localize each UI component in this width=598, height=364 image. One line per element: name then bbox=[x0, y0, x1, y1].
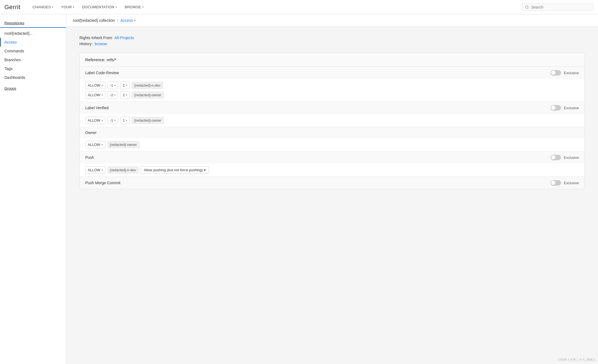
max-select-1[interactable]: 1 ▾ bbox=[120, 82, 130, 89]
permission-push-merge-commit-header: Push Merge Commit Exclusive bbox=[80, 177, 584, 189]
min-select-1[interactable]: -1 ▾ bbox=[108, 82, 118, 89]
group-label: [redacted]-owner bbox=[132, 117, 164, 124]
nav-changes[interactable]: CHANGES ▾ bbox=[29, 3, 57, 11]
group-label: [redacted]-n-dev bbox=[108, 167, 139, 173]
exclusive-toggle-switch-code-review[interactable] bbox=[551, 70, 561, 76]
rights-info: Rights Inherit From All-Projects History… bbox=[79, 36, 585, 46]
sidebar-item-branches[interactable]: Branches bbox=[0, 55, 66, 64]
chevron-down-icon: ▾ bbox=[116, 6, 117, 9]
code-review-rules: ALLOW ▾ -1 ▾ 1 ▾ [redacted]-n-d bbox=[80, 79, 584, 101]
access-content: Rights Inherit From All-Projects History… bbox=[66, 27, 598, 198]
action-select-verified[interactable]: ALLOW ▾ bbox=[85, 117, 105, 124]
max-select-2[interactable]: 2 ▾ bbox=[120, 91, 130, 99]
group-label: [redacted]-n-dev bbox=[132, 82, 163, 89]
chevron-down-icon: ▾ bbox=[114, 84, 116, 87]
search-bar[interactable] bbox=[522, 4, 594, 11]
owner-rules: ALLOW ▾ [redacted]-owner bbox=[80, 138, 584, 151]
breadcrumb-separator: › bbox=[117, 18, 118, 22]
exclusive-toggle-switch-push-merge[interactable] bbox=[551, 180, 561, 186]
sidebar-item-dashboards[interactable]: Dashboards bbox=[0, 73, 66, 82]
toggle-knob bbox=[551, 71, 556, 75]
chevron-down-icon: ▾ bbox=[204, 168, 206, 172]
exclusive-toggle-switch-verified[interactable] bbox=[551, 105, 561, 111]
exclusive-toggle-switch-push[interactable] bbox=[551, 155, 561, 160]
sidebar-item-commands[interactable]: Commands bbox=[0, 47, 66, 55]
toggle-knob bbox=[551, 155, 556, 160]
chevron-down-icon: ▾ bbox=[102, 168, 103, 172]
nav-browse[interactable]: BROWSE ▾ bbox=[121, 3, 147, 11]
sidebar-repositories-title[interactable]: Repositories bbox=[0, 19, 66, 28]
action-select-2[interactable]: ALLOW ▾ bbox=[85, 91, 105, 99]
permission-code-review: Label Code-Review Exclusive ALLOW bbox=[80, 67, 584, 102]
exclusive-label: Exclusive bbox=[564, 106, 579, 110]
permission-push-merge-commit: Push Merge Commit Exclusive bbox=[80, 177, 584, 189]
table-row: ALLOW ▾ [redacted]-n-dev Allow pushing (… bbox=[85, 166, 579, 174]
min-select-2[interactable]: -2 ▾ bbox=[108, 91, 118, 99]
sidebar-repo-name[interactable]: root/[redacted]... bbox=[0, 29, 66, 38]
exclusive-label: Exclusive bbox=[564, 156, 579, 160]
svg-point-0 bbox=[525, 6, 528, 8]
breadcrumb-current[interactable]: Access ▾ bbox=[121, 18, 136, 23]
permission-push-header: Push Exclusive bbox=[80, 151, 584, 164]
push-rules: ALLOW ▾ [redacted]-n-dev Allow pushing (… bbox=[80, 164, 584, 176]
action-select-1[interactable]: ALLOW ▾ bbox=[85, 82, 105, 89]
chevron-down-icon: ▾ bbox=[102, 93, 103, 97]
verified-rules: ALLOW ▾ -1 ▾ 1 ▾ [redacted]-own bbox=[80, 114, 584, 127]
permission-owner-header: Owner bbox=[80, 127, 584, 138]
table-row: ALLOW ▾ -1 ▾ 1 ▾ [redacted]-n-d bbox=[85, 82, 579, 89]
breadcrumb: root/[redacted] collection › Access ▾ bbox=[66, 14, 598, 27]
table-row: ALLOW ▾ [redacted]-owner bbox=[85, 141, 579, 148]
sidebar-item-access[interactable]: Access bbox=[0, 38, 66, 47]
chevron-down-icon: ▾ bbox=[126, 119, 127, 122]
search-icon bbox=[525, 5, 529, 9]
permission-code-review-header: Label Code-Review Exclusive bbox=[80, 67, 584, 79]
toggle-knob bbox=[551, 106, 556, 110]
chevron-down-icon: ▾ bbox=[134, 19, 136, 22]
toggle-knob bbox=[551, 181, 556, 185]
chevron-down-icon: ▾ bbox=[102, 143, 103, 146]
max-select-verified[interactable]: 1 ▾ bbox=[120, 117, 130, 124]
watermark: CSDN ©大学二十六_简村人 bbox=[558, 358, 596, 362]
sidebar: Repositories root/[redacted]... Access C… bbox=[0, 14, 66, 364]
chevron-down-icon: ▾ bbox=[142, 6, 144, 9]
permission-verified-title: Label Verified bbox=[85, 106, 109, 110]
page-layout: Repositories root/[redacted]... Access C… bbox=[0, 14, 598, 364]
action-select-owner[interactable]: ALLOW ▾ bbox=[85, 141, 105, 148]
sidebar-item-tags[interactable]: Tags bbox=[0, 64, 66, 73]
exclusive-toggle-code-review: Exclusive bbox=[551, 70, 579, 76]
top-navigation: Gerrit CHANGES ▾ YOUR ▾ DOCUMENTATION ▾ … bbox=[0, 0, 598, 14]
nav-documentation[interactable]: DOCUMENTATION ▾ bbox=[79, 3, 120, 11]
permission-verified-header: Label Verified Exclusive bbox=[80, 102, 584, 114]
app-logo: Gerrit bbox=[4, 4, 20, 11]
chevron-down-icon: ▾ bbox=[52, 6, 53, 9]
permission-push-merge-commit-title: Push Merge Commit bbox=[85, 181, 121, 185]
all-projects-link[interactable]: All-Projects bbox=[114, 36, 134, 40]
svg-line-1 bbox=[528, 8, 528, 9]
exclusive-label: Exclusive bbox=[564, 181, 579, 185]
group-label: [redacted]-owner bbox=[132, 92, 164, 98]
min-select-verified[interactable]: -1 ▾ bbox=[108, 117, 118, 124]
action-select-push[interactable]: ALLOW ▾ bbox=[85, 166, 105, 174]
table-row: ALLOW ▾ -2 ▾ 2 ▾ [redacted]-own bbox=[85, 91, 579, 99]
table-row: ALLOW ▾ -1 ▾ 1 ▾ [redacted]-own bbox=[85, 117, 579, 124]
sidebar-groups-title[interactable]: Groups bbox=[0, 82, 66, 93]
group-label: [redacted]-owner bbox=[108, 141, 140, 148]
chevron-down-icon: ▾ bbox=[102, 119, 103, 122]
permission-push-title: Push bbox=[85, 155, 94, 160]
main-content: root/[redacted] collection › Access ▾ Ri… bbox=[66, 14, 598, 364]
permission-verified: Label Verified Exclusive ALLOW bbox=[80, 102, 584, 127]
chevron-down-icon: ▾ bbox=[102, 84, 103, 87]
exclusive-toggle-push-merge: Exclusive bbox=[551, 180, 579, 186]
push-option-select[interactable]: Allow pushing (but not force pushing) ▾ bbox=[141, 166, 209, 174]
permission-owner-title: Owner bbox=[85, 130, 97, 135]
history-line: History: browse bbox=[79, 42, 585, 46]
exclusive-label: Exclusive bbox=[564, 71, 579, 75]
chevron-down-icon: ▾ bbox=[126, 84, 127, 87]
history-browse-link[interactable]: browse bbox=[95, 42, 107, 46]
nav-your[interactable]: YOUR ▾ bbox=[58, 3, 78, 11]
rights-inherit-line: Rights Inherit From All-Projects bbox=[79, 36, 585, 40]
permission-push: Push Exclusive ALLOW ▾ bbox=[80, 151, 584, 177]
search-input[interactable] bbox=[531, 5, 591, 9]
breadcrumb-parent: root/[redacted] collection bbox=[73, 18, 115, 23]
reference-section: Reference: refs/* Label Code-Review Excl… bbox=[79, 53, 585, 189]
